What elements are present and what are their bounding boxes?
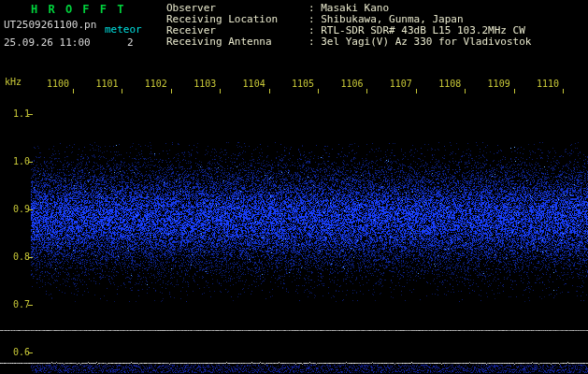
- x-tick-mark: [269, 89, 270, 94]
- x-tick-mark: [122, 89, 122, 94]
- datetime: 25.09.26 11:00: [4, 36, 91, 49]
- x-tick-mark: [514, 89, 515, 94]
- x-tick-label: 1102: [145, 79, 167, 89]
- x-tick-label: 1108: [438, 79, 461, 89]
- x-tick-label: 1109: [488, 79, 510, 89]
- x-tick-mark: [171, 89, 172, 94]
- x-tick-label: 1106: [340, 79, 363, 89]
- info-label: Receiving Antenna: [166, 36, 308, 48]
- info-colon: :: [308, 36, 321, 48]
- x-tick-label: 1105: [292, 79, 314, 89]
- echo-count: 2: [127, 36, 134, 49]
- y-tick-mark: [28, 352, 33, 353]
- y-tick-mark: [28, 114, 33, 115]
- x-tick-label: 1107: [390, 79, 412, 89]
- y-axis-unit-label: kHz: [5, 77, 22, 87]
- x-tick-mark: [465, 89, 466, 94]
- info-value: 3el Yagi(V) Az 330 for Vladivostok: [321, 36, 531, 48]
- header: H R O F F T UT2509261100.pn meteor 25.09…: [0, 0, 588, 73]
- y-tick-mark: [28, 257, 33, 258]
- app-title: H R O F F T: [31, 3, 125, 16]
- x-tick-mark: [416, 89, 417, 94]
- info-row: Receiving Antenna: 3el Yagi(V) Az 330 fo…: [166, 36, 531, 48]
- x-tick-label: 1104: [243, 79, 265, 89]
- y-tick-mark: [28, 305, 33, 306]
- x-tick-label: 1110: [537, 79, 559, 89]
- x-tick-mark: [366, 89, 367, 94]
- x-tick-label: 1101: [95, 79, 118, 89]
- x-tick-mark: [220, 89, 221, 94]
- x-tick-mark: [563, 89, 564, 94]
- x-tick-label: 1103: [194, 79, 216, 89]
- station-name: meteor: [105, 23, 142, 36]
- x-tick-label: 1100: [47, 79, 69, 89]
- x-tick-mark: [73, 89, 74, 94]
- hrofft-output-image: H R O F F T UT2509261100.pn meteor 25.09…: [0, 0, 588, 374]
- filename: UT2509261100.pn: [4, 19, 96, 31]
- y-tick-mark: [28, 162, 33, 163]
- x-tick-mark: [318, 89, 319, 94]
- y-tick-mark: [28, 209, 33, 210]
